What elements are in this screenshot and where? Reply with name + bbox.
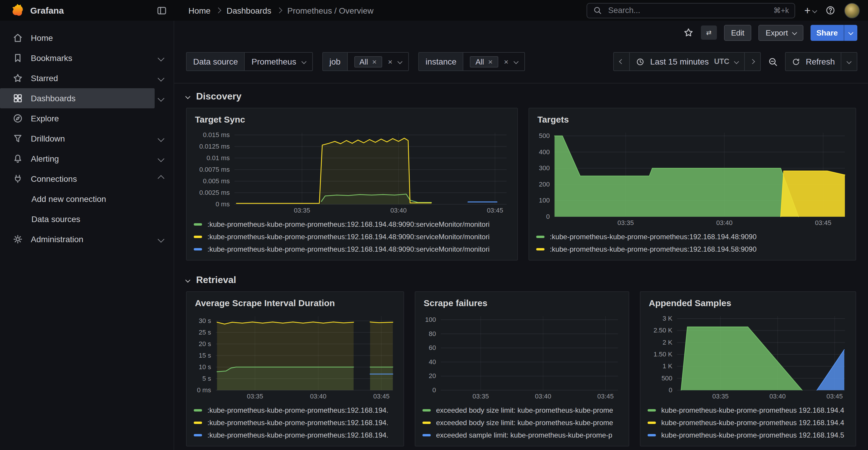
clear-selection-icon[interactable]: × xyxy=(388,58,392,65)
target-sync-chart[interactable]: 03:3503:4003:450 ms0.0025 ms0.005 ms0.00… xyxy=(194,128,510,214)
sidebar-item-home[interactable]: Home xyxy=(0,28,174,48)
scrape-failures-chart[interactable]: 03:3503:4003:45020406080100 xyxy=(423,312,622,400)
instance-select[interactable]: All× × xyxy=(463,52,525,71)
search-input[interactable] xyxy=(607,5,769,15)
sidebar-item-starred[interactable]: Starred xyxy=(0,68,174,88)
edit-button[interactable]: Edit xyxy=(724,25,751,40)
legend-label[interactable]: :kube-prometheus-kube-prome-prometheus:1… xyxy=(207,245,490,253)
sidebar-item-explore[interactable]: Explore xyxy=(0,108,174,128)
legend-item[interactable]: exceeded sample limit: kube-prometheus-k… xyxy=(423,429,622,441)
add-new-button[interactable]: + xyxy=(804,5,816,16)
brand[interactable]: Grafana xyxy=(9,3,64,18)
user-avatar[interactable] xyxy=(844,3,860,18)
legend-label[interactable]: kube-prometheus-kube-prome-prometheus 19… xyxy=(661,418,844,427)
datasource-select[interactable]: Prometheus xyxy=(244,52,313,71)
sidebar-item-bookmarks[interactable]: Bookmarks xyxy=(0,48,174,68)
panel-title[interactable]: Scrape failures xyxy=(423,296,622,312)
breadcrumb-home[interactable]: Home xyxy=(188,6,211,15)
help-icon[interactable] xyxy=(825,5,835,15)
legend-item[interactable]: kube-prometheus-kube-prome-prometheus 19… xyxy=(648,429,848,441)
panes-toggle-icon[interactable]: ⇄ xyxy=(701,26,717,40)
legend-label[interactable]: :kube-prometheus-kube-prome-prometheus:1… xyxy=(207,406,389,414)
chevron-down-icon[interactable] xyxy=(155,136,168,141)
panel-title[interactable]: Targets xyxy=(536,112,848,128)
legend-item[interactable]: :kube-prometheus-kube-prome-prometheus:1… xyxy=(194,243,510,255)
remove-tag-icon[interactable]: × xyxy=(488,58,493,65)
legend-label[interactable]: :kube-prometheus-kube-prome-prometheus:1… xyxy=(207,232,490,241)
legend-item[interactable]: :kube-prometheus-kube-prome-prometheus:1… xyxy=(194,416,396,429)
legend-item[interactable]: kube-prometheus-kube-prome-prometheus 19… xyxy=(648,416,848,429)
clear-selection-icon[interactable]: × xyxy=(504,58,508,65)
refresh-interval-toggle[interactable] xyxy=(841,52,857,71)
section-discovery[interactable]: Discovery xyxy=(186,91,856,102)
instance-variable[interactable]: instance All× × xyxy=(418,52,525,71)
sidebar-item-data-sources[interactable]: Data sources xyxy=(0,209,174,229)
remove-tag-icon[interactable]: × xyxy=(372,58,376,65)
legend-label[interactable]: :kube-prometheus-kube-prome-prometheus:1… xyxy=(207,220,490,228)
job-variable[interactable]: job All× × xyxy=(322,52,409,71)
chevron-down-icon xyxy=(812,8,817,13)
chevron-up-icon[interactable] xyxy=(155,177,168,181)
legend-label[interactable]: kube-prometheus-kube-prome-prometheus 19… xyxy=(661,431,844,439)
series-color-marker xyxy=(194,421,202,424)
panel-title[interactable]: Target Sync xyxy=(194,112,510,128)
export-button[interactable]: Export xyxy=(759,25,803,40)
sidebar-item-drilldown[interactable]: Drilldown xyxy=(0,128,174,149)
legend-item[interactable]: :kube-prometheus-kube-prome-prometheus:1… xyxy=(194,404,396,416)
share-label[interactable]: Share xyxy=(810,25,844,40)
section-retrieval[interactable]: Retrieval xyxy=(186,275,856,285)
legend-label[interactable]: :kube-prometheus-kube-prome-prometheus:1… xyxy=(550,245,756,253)
legend-item[interactable]: exceeded body size limit: kube-prometheu… xyxy=(423,416,622,429)
zoom-out-icon[interactable] xyxy=(768,57,778,67)
legend-label[interactable]: kube-prometheus-kube-prome-prometheus 19… xyxy=(661,406,844,414)
share-button[interactable]: Share xyxy=(810,25,857,40)
search-box[interactable]: ⌘+k xyxy=(587,3,796,18)
time-shift-forward-button[interactable] xyxy=(744,52,761,71)
sidebar-item-alerting[interactable]: Alerting xyxy=(0,149,174,169)
star-outline-icon[interactable] xyxy=(683,27,694,38)
legend-label[interactable]: exceeded body size limit: kube-prometheu… xyxy=(436,406,613,414)
panel-title[interactable]: Average Scrape Interval Duration xyxy=(194,296,396,312)
legend-item[interactable]: :kube-prometheus-kube-prome-prometheus:1… xyxy=(536,243,848,255)
targets-chart[interactable]: 03:3503:4003:450100200300400500 xyxy=(536,128,848,227)
chevron-down-icon[interactable] xyxy=(155,157,168,161)
refresh-button[interactable]: Refresh xyxy=(785,52,841,71)
legend-label[interactable]: :kube-prometheus-kube-prome-prometheus:1… xyxy=(207,431,389,439)
panel-legend: :kube-prometheus-kube-prome-prometheus:1… xyxy=(194,214,510,255)
legend-item[interactable]: exceeded body size limit: kube-prometheu… xyxy=(423,404,622,416)
legend-item[interactable]: kube-prometheus-kube-prome-prometheus 19… xyxy=(648,404,848,416)
average-scrape-interval-chart[interactable]: 03:3503:4003:450 ms5 s10 s15 s20 s25 s30… xyxy=(194,312,396,400)
share-menu-toggle[interactable] xyxy=(844,25,857,40)
sidebar-item-connections[interactable]: Connections xyxy=(0,169,174,189)
panel-appended-samples: Appended Samples 03:3503:4003:4505001 K1… xyxy=(640,291,856,446)
chevron-down-icon[interactable] xyxy=(155,96,168,101)
panel-legend: kube-prometheus-kube-prome-prometheus 19… xyxy=(648,400,848,441)
legend-label[interactable]: exceeded body size limit: kube-prometheu… xyxy=(436,418,613,427)
chevron-down-icon[interactable] xyxy=(155,76,168,81)
job-chip[interactable]: All× xyxy=(354,56,382,67)
instance-chip[interactable]: All× xyxy=(470,56,498,67)
legend-item[interactable]: :kube-prometheus-kube-prome-prometheus:1… xyxy=(194,218,510,230)
datasource-variable[interactable]: Data source Prometheus xyxy=(186,52,313,71)
panel-title[interactable]: Appended Samples xyxy=(648,296,848,312)
legend-label[interactable]: :kube-prometheus-kube-prome-prometheus:1… xyxy=(207,418,389,427)
sidebar-toggle-icon[interactable] xyxy=(156,5,167,16)
time-range-picker[interactable]: Last 15 minutes UTC xyxy=(629,52,745,71)
time-shift-back-button[interactable] xyxy=(614,52,630,71)
legend-item[interactable]: :kube-prometheus-kube-prome-prometheus:1… xyxy=(194,230,510,243)
refresh-label: Refresh xyxy=(806,57,835,66)
legend-item[interactable]: :kube-prometheus-kube-prome-prometheus:1… xyxy=(194,429,396,441)
legend-item[interactable]: :kube-prometheus-kube-prome-prometheus:1… xyxy=(536,230,848,243)
chevron-down-icon[interactable] xyxy=(155,56,168,60)
appended-samples-chart[interactable]: 03:3503:4003:4505001 K1.50 K2 K2.50 K3 K xyxy=(648,312,848,400)
breadcrumb-dashboards[interactable]: Dashboards xyxy=(227,6,271,15)
sidebar-item-add-new-connection[interactable]: Add new connection xyxy=(0,189,174,209)
sidebar-item-administration[interactable]: Administration xyxy=(0,229,174,249)
legend-label[interactable]: :kube-prometheus-kube-prome-prometheus:1… xyxy=(550,232,756,241)
legend-label[interactable]: exceeded sample limit: kube-prometheus-k… xyxy=(436,431,612,439)
sidebar-item-label: Data sources xyxy=(31,214,80,224)
sidebar-item-dashboards[interactable]: Dashboards xyxy=(0,88,174,108)
chevron-down-icon[interactable] xyxy=(155,237,168,242)
job-select[interactable]: All× × xyxy=(347,52,409,71)
svg-text:3 K: 3 K xyxy=(663,315,673,322)
